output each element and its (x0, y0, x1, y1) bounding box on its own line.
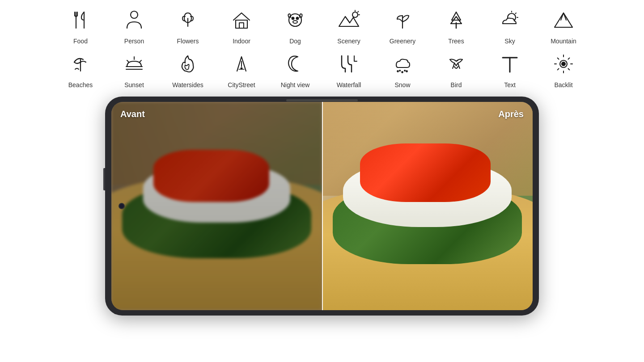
phone-camera (119, 203, 125, 209)
nightview-icon (282, 48, 309, 80)
icon-item-indoor: Indoor (215, 4, 268, 45)
icon-item-sunset: Sunset (107, 48, 161, 88)
food-label: Food (73, 38, 88, 45)
phone-container: Avant Après (0, 97, 644, 316)
svg-point-29 (241, 68, 242, 69)
icon-item-mountain: Mountain (537, 4, 590, 45)
icon-item-waterfall: Waterfall (322, 48, 376, 88)
greenery-icon (389, 4, 416, 36)
food-tomato-right (360, 143, 491, 202)
icon-item-trees: Trees (429, 4, 483, 45)
icon-item-greenery: Greenery (376, 4, 429, 45)
phone-top-bar (286, 99, 358, 101)
svg-line-15 (358, 12, 359, 13)
svg-point-9 (292, 17, 294, 20)
svg-point-5 (131, 11, 138, 18)
trees-label: Trees (448, 38, 464, 45)
trees-icon (443, 4, 470, 36)
apres-label: Après (498, 109, 524, 119)
svg-point-39 (562, 62, 565, 66)
svg-line-47 (568, 69, 570, 70)
food-tomato-left (153, 150, 269, 202)
svg-text:*: * (397, 70, 398, 74)
scenery-label: Scenery (337, 38, 360, 45)
screen-avant (111, 102, 322, 310)
svg-text:*: * (402, 71, 403, 75)
indoor-label: Indoor (233, 38, 250, 45)
icon-item-citystreet: CityStreet (215, 48, 268, 88)
phone-mockup: Avant Après (105, 97, 539, 316)
icon-item-text: Text (483, 48, 537, 88)
snow-label: Snow (394, 81, 410, 88)
watersides-label: Watersides (172, 81, 203, 88)
backlit-label: Backlit (554, 81, 572, 88)
waterfall-icon (335, 48, 362, 80)
mountain-label: Mountain (551, 38, 576, 45)
icon-item-scenery: Scenery (322, 4, 376, 45)
flowers-label: Flowers (177, 38, 199, 45)
svg-line-24 (127, 60, 129, 62)
svg-line-45 (568, 58, 570, 59)
svg-rect-6 (236, 20, 247, 28)
beaches-label: Beaches (68, 81, 93, 88)
waterfall-label: Waterfall (337, 81, 361, 88)
icon-item-beaches: Beaches (54, 48, 107, 88)
phone-screen: Avant Après (111, 102, 533, 310)
icon-item-dog: Dog (268, 4, 322, 45)
svg-line-21 (516, 13, 517, 14)
dog-label: Dog (289, 38, 301, 45)
bird-label: Bird (451, 81, 462, 88)
scenery-icon (335, 4, 362, 36)
snow-icon: * * * * * (389, 48, 416, 80)
svg-text:*: * (404, 70, 406, 72)
icon-item-snow: * * * * * Snow (376, 48, 429, 88)
svg-point-11 (293, 21, 297, 23)
sky-icon (496, 4, 523, 36)
svg-line-44 (558, 58, 559, 59)
icon-item-food: Food (54, 4, 107, 45)
svg-text:*: * (399, 70, 401, 72)
icons-section: Food Person Flowers (0, 0, 644, 92)
svg-point-10 (297, 17, 299, 20)
sunset-icon (121, 48, 148, 80)
backlit-icon (550, 48, 577, 80)
icon-item-nightview: Night view (268, 48, 322, 88)
icon-item-backlit: Backlit (537, 48, 590, 88)
bird-icon (443, 48, 470, 80)
mountain-icon (550, 4, 577, 36)
screen-apres (322, 102, 533, 310)
before-after-divider (322, 102, 323, 310)
sunset-label: Sunset (124, 81, 144, 88)
phone-side-button (103, 168, 105, 190)
icon-item-person: Person (107, 4, 161, 45)
person-label: Person (124, 38, 144, 45)
svg-line-46 (558, 69, 559, 70)
beaches-icon (67, 48, 94, 80)
person-icon (121, 4, 148, 36)
watersides-icon (174, 48, 201, 80)
citystreet-label: CityStreet (228, 81, 255, 88)
icon-row-1: Food Person Flowers (54, 4, 590, 45)
sky-label: Sky (504, 38, 515, 45)
svg-line-25 (140, 60, 141, 62)
indoor-icon (228, 4, 255, 36)
dog-icon (282, 4, 309, 36)
svg-point-12 (352, 12, 358, 17)
icon-item-flowers: Flowers (161, 4, 215, 45)
icon-item-bird: Bird (429, 48, 483, 88)
food-icon (67, 4, 94, 36)
icon-item-watersides: Watersides (161, 48, 215, 88)
icon-row-2: Beaches Sunset (54, 48, 590, 88)
text-icon (496, 48, 523, 80)
citystreet-icon (228, 48, 255, 80)
text-label: Text (504, 81, 516, 88)
flowers-icon (174, 4, 201, 36)
avant-label: Avant (120, 109, 145, 119)
greenery-label: Greenery (390, 38, 415, 45)
nightview-label: Night view (281, 81, 310, 88)
svg-rect-7 (239, 23, 244, 28)
svg-text:*: * (406, 70, 407, 74)
icon-item-sky: Sky (483, 4, 537, 45)
